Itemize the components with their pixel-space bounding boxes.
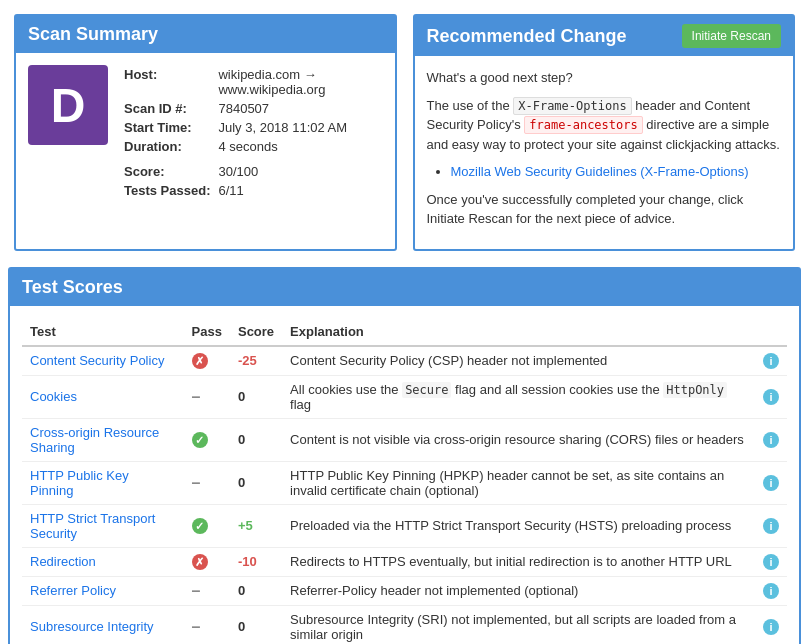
info-cell[interactable]: i — [755, 605, 787, 644]
score-cell: +5 — [230, 504, 282, 547]
info-cell[interactable]: i — [755, 461, 787, 504]
duration-value: 4 seconds — [218, 137, 382, 156]
scan-logo: D — [28, 65, 108, 145]
table-row: Content Security Policy✗-25Content Secur… — [22, 346, 787, 376]
xframe-code: X-Frame-Options — [513, 97, 631, 115]
test-scores-title: Test Scores — [10, 269, 799, 306]
starttime-label: Start Time: — [124, 118, 218, 137]
frame-ancestors-code: frame-ancestors — [524, 116, 642, 134]
score-cell: 0 — [230, 605, 282, 644]
test-name-link[interactable]: HTTP Public Key Pinning — [30, 468, 129, 498]
test-name-link[interactable]: Subresource Integrity — [30, 619, 154, 634]
table-row: HTTP Strict Transport Security✓+5Preload… — [22, 504, 787, 547]
score-cell: 0 — [230, 375, 282, 418]
fail-icon: ✗ — [192, 554, 208, 570]
score-value: +5 — [238, 518, 253, 533]
neutral-icon: – — [192, 582, 201, 599]
tests-value: 6/11 — [218, 181, 382, 200]
info-icon[interactable]: i — [763, 353, 779, 369]
info-icon[interactable]: i — [763, 432, 779, 448]
scanid-value: 7840507 — [218, 99, 382, 118]
score-cell: 0 — [230, 418, 282, 461]
explanation-cell: Content Security Policy (CSP) header not… — [282, 346, 755, 376]
score-value: 0 — [238, 432, 245, 447]
info-cell[interactable]: i — [755, 576, 787, 605]
score-value: 30/100 — [218, 156, 382, 181]
info-cell[interactable]: i — [755, 418, 787, 461]
fail-icon: ✗ — [192, 353, 208, 369]
col-test: Test — [22, 318, 184, 346]
test-name-link[interactable]: Cookies — [30, 389, 77, 404]
col-explanation: Explanation — [282, 318, 755, 346]
recommended-title: Recommended Change — [427, 26, 627, 47]
pass-cell: – — [184, 461, 230, 504]
starttime-value: July 3, 2018 11:02 AM — [218, 118, 382, 137]
mozilla-guidelines-link[interactable]: Mozilla Web Security Guidelines (X-Frame… — [451, 164, 749, 179]
table-row: HTTP Public Key Pinning–0HTTP Public Key… — [22, 461, 787, 504]
explanation-cell: All cookies use the Secure flag and all … — [282, 375, 755, 418]
explanation-cell: Subresource Integrity (SRI) not implemen… — [282, 605, 755, 644]
info-icon[interactable]: i — [763, 389, 779, 405]
score-value: 0 — [238, 389, 245, 404]
pass-cell: ✗ — [184, 346, 230, 376]
table-row: Subresource Integrity–0Subresource Integ… — [22, 605, 787, 644]
info-icon[interactable]: i — [763, 583, 779, 599]
score-value: -10 — [238, 554, 257, 569]
secure-code: Secure — [402, 382, 451, 398]
neutral-icon: – — [192, 474, 201, 491]
explanation-cell: Preloaded via the HTTP Strict Transport … — [282, 504, 755, 547]
info-cell[interactable]: i — [755, 346, 787, 376]
test-name-link[interactable]: HTTP Strict Transport Security — [30, 511, 155, 541]
score-value: -25 — [238, 353, 257, 368]
recommended-title-bar: Recommended Change Initiate Rescan — [415, 16, 794, 56]
initiate-rescan-button[interactable]: Initiate Rescan — [682, 24, 781, 48]
httponly-code: HttpOnly — [663, 382, 727, 398]
score-value: 0 — [238, 619, 245, 634]
score-cell: -10 — [230, 547, 282, 576]
para1-pre: The use of the — [427, 98, 514, 113]
explanation-cell: HTTP Public Key Pinning (HPKP) header ca… — [282, 461, 755, 504]
score-cell: -25 — [230, 346, 282, 376]
col-pass: Pass — [184, 318, 230, 346]
pass-cell: ✓ — [184, 504, 230, 547]
pass-cell: – — [184, 576, 230, 605]
info-cell[interactable]: i — [755, 504, 787, 547]
test-name-link[interactable]: Referrer Policy — [30, 583, 116, 598]
score-cell: 0 — [230, 576, 282, 605]
info-icon[interactable]: i — [763, 475, 779, 491]
score-label: Score: — [124, 156, 218, 181]
col-score: Score — [230, 318, 282, 346]
host-value: wikipedia.com → www.wikipedia.org — [218, 65, 382, 99]
table-row: Referrer Policy–0Referrer-Policy header … — [22, 576, 787, 605]
pass-cell: – — [184, 605, 230, 644]
recommended-paragraph1: The use of the X-Frame-Options header an… — [427, 96, 782, 155]
info-cell[interactable]: i — [755, 547, 787, 576]
info-icon[interactable]: i — [763, 518, 779, 534]
explanation-cell: Content is not visible via cross-origin … — [282, 418, 755, 461]
info-icon[interactable]: i — [763, 619, 779, 635]
tests-label: Tests Passed: — [124, 181, 218, 200]
neutral-icon: – — [192, 618, 201, 635]
recommended-paragraph2: Once you've successfully completed your … — [427, 190, 782, 229]
test-name-link[interactable]: Cross-origin Resource Sharing — [30, 425, 159, 455]
test-scores-section: Test Scores Test Pass Score Explanation … — [8, 267, 801, 645]
test-name-link[interactable]: Content Security Policy — [30, 353, 164, 368]
score-cell: 0 — [230, 461, 282, 504]
recommended-intro: What's a good next step? — [427, 68, 782, 88]
score-value: 0 — [238, 583, 245, 598]
score-value: 0 — [238, 475, 245, 490]
scores-table: Test Pass Score Explanation Content Secu… — [22, 318, 787, 645]
scan-info-table: Host: wikipedia.com → www.wikipedia.org … — [124, 65, 383, 200]
pass-icon: ✓ — [192, 518, 208, 534]
host-label: Host: — [124, 65, 218, 99]
test-name-link[interactable]: Redirection — [30, 554, 96, 569]
info-icon[interactable]: i — [763, 554, 779, 570]
duration-label: Duration: — [124, 137, 218, 156]
table-row: Redirection✗-10Redirects to HTTPS eventu… — [22, 547, 787, 576]
col-info — [755, 318, 787, 346]
pass-icon: ✓ — [192, 432, 208, 448]
pass-cell: – — [184, 375, 230, 418]
table-row: Cross-origin Resource Sharing✓0Content i… — [22, 418, 787, 461]
table-row: Cookies–0All cookies use the Secure flag… — [22, 375, 787, 418]
info-cell[interactable]: i — [755, 375, 787, 418]
